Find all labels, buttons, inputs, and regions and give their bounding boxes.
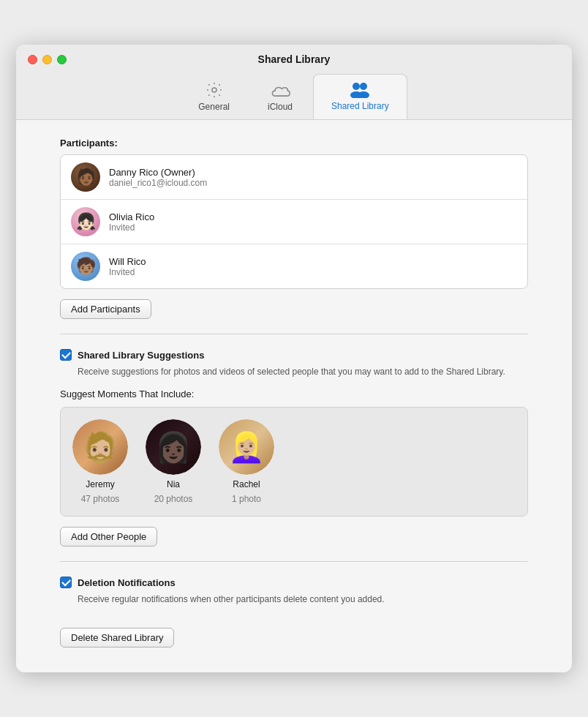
divider-1 bbox=[60, 334, 528, 334]
moment-item-nia[interactable]: 👩🏿 Nia 20 photos bbox=[146, 419, 201, 504]
participant-will-sub: Invited bbox=[109, 267, 146, 277]
moments-label: Suggest Moments That Include: bbox=[60, 388, 528, 399]
moment-count-jeremy: 47 photos bbox=[81, 494, 120, 504]
participant-danny-info: Danny Rico (Owner) daniel_rico1@icloud.c… bbox=[109, 167, 207, 188]
participant-row: 🧑🏾 Danny Rico (Owner) daniel_rico1@iclou… bbox=[61, 155, 527, 200]
people-icon bbox=[349, 80, 371, 98]
add-other-people-button[interactable]: Add Other People bbox=[60, 527, 157, 547]
participant-row: 👧🏻 Olivia Rico Invited bbox=[61, 200, 527, 244]
participant-olivia-name: Olivia Rico bbox=[109, 211, 154, 222]
participants-label: Participants: bbox=[60, 138, 528, 149]
suggestions-description: Receive suggestions for photos and video… bbox=[78, 365, 528, 378]
titlebar: Shared Library General iCloud bbox=[16, 45, 572, 120]
tab-general[interactable]: General bbox=[181, 75, 247, 119]
moment-count-nia: 20 photos bbox=[154, 494, 193, 504]
svg-point-1 bbox=[353, 83, 360, 90]
participant-danny-name: Danny Rico (Owner) bbox=[109, 167, 207, 178]
moment-name-rachel: Rachel bbox=[233, 479, 260, 489]
moment-photo-jeremy: 🧔🏼 bbox=[72, 419, 128, 475]
deletion-checkbox[interactable] bbox=[60, 577, 72, 588]
avatar-danny-emoji: 🧑🏾 bbox=[76, 168, 96, 187]
photo-rachel: 👱🏼‍♀️ bbox=[219, 419, 274, 475]
moment-item-jeremy[interactable]: 🧔🏼 Jeremy 47 photos bbox=[72, 419, 128, 504]
moment-item-rachel[interactable]: 👱🏼‍♀️ Rachel 1 photo bbox=[219, 419, 274, 504]
add-participants-button[interactable]: Add Participants bbox=[60, 299, 151, 319]
photo-jeremy: 🧔🏼 bbox=[72, 419, 128, 475]
svg-point-0 bbox=[212, 88, 216, 92]
tab-icloud[interactable]: iCloud bbox=[247, 78, 313, 119]
main-content: Participants: 🧑🏾 Danny Rico (Owner) dani… bbox=[16, 120, 572, 672]
delete-shared-library-button[interactable]: Delete Shared Library bbox=[60, 628, 174, 647]
suggestions-checkbox-label: Shared Library Suggestions bbox=[78, 350, 204, 361]
participant-will-info: Will Rico Invited bbox=[109, 256, 146, 277]
window-title: Shared Library bbox=[258, 53, 331, 65]
suggestions-checkbox-row: Shared Library Suggestions bbox=[60, 349, 528, 361]
participant-olivia-sub: Invited bbox=[109, 222, 154, 233]
moment-photo-nia: 👩🏿 bbox=[146, 419, 201, 475]
moments-grid: 🧔🏼 Jeremy 47 photos 👩🏿 Nia 20 photos bbox=[60, 407, 528, 517]
deletion-checkbox-label: Deletion Notifications bbox=[78, 577, 176, 588]
avatar-olivia-emoji: 👧🏻 bbox=[76, 212, 96, 231]
avatar-will-emoji: 🧒🏽 bbox=[76, 257, 96, 276]
avatar-danny: 🧑🏾 bbox=[71, 162, 100, 192]
minimize-button[interactable] bbox=[42, 55, 52, 64]
avatar-olivia: 👧🏻 bbox=[71, 207, 100, 236]
suggestions-checkbox[interactable] bbox=[60, 349, 72, 361]
gear-icon bbox=[206, 81, 223, 99]
participant-olivia-info: Olivia Rico Invited bbox=[109, 211, 154, 233]
tab-general-label: General bbox=[198, 102, 230, 112]
close-button[interactable] bbox=[28, 55, 37, 64]
photo-nia: 👩🏿 bbox=[146, 419, 201, 475]
window-controls bbox=[28, 55, 67, 64]
participants-list: 🧑🏾 Danny Rico (Owner) daniel_rico1@iclou… bbox=[60, 154, 528, 289]
preferences-window: Shared Library General iCloud bbox=[16, 45, 572, 672]
participant-danny-sub: daniel_rico1@icloud.com bbox=[109, 178, 207, 188]
tab-icloud-label: iCloud bbox=[268, 102, 293, 112]
deletion-description: Receive regular notifications when other… bbox=[78, 593, 528, 606]
svg-point-2 bbox=[360, 83, 367, 90]
tab-bar: General iCloud Shared Library bbox=[181, 74, 407, 119]
deletion-checkbox-row: Deletion Notifications bbox=[60, 577, 528, 588]
divider-2 bbox=[60, 561, 528, 562]
moment-photo-rachel: 👱🏼‍♀️ bbox=[219, 419, 274, 475]
cloud-icon bbox=[270, 84, 290, 99]
avatar-will: 🧒🏽 bbox=[71, 252, 100, 281]
tab-shared-library-label: Shared Library bbox=[331, 101, 389, 111]
fullscreen-button[interactable] bbox=[57, 55, 67, 64]
participant-row: 🧒🏽 Will Rico Invited bbox=[61, 244, 527, 288]
tab-shared-library[interactable]: Shared Library bbox=[313, 74, 407, 119]
moment-name-jeremy: Jeremy bbox=[86, 479, 114, 489]
participant-will-name: Will Rico bbox=[109, 256, 146, 267]
moment-name-nia: Nia bbox=[167, 479, 180, 489]
moment-count-rachel: 1 photo bbox=[232, 494, 261, 504]
